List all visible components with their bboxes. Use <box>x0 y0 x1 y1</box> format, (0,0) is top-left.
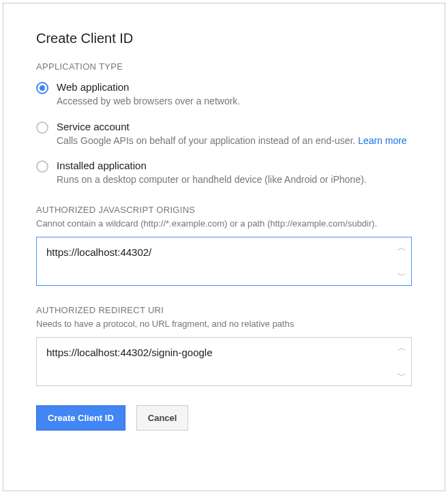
application-type-label: APPLICATION TYPE <box>36 61 412 72</box>
radio-web-application[interactable]: Web application Accessed by web browsers… <box>36 81 412 108</box>
scroll-arrows: ︿ ﹀ <box>396 243 407 280</box>
chevron-up-icon[interactable]: ︿ <box>398 343 406 352</box>
radio-label: Installed application <box>57 160 412 171</box>
chevron-down-icon[interactable]: ﹀ <box>398 271 406 280</box>
create-client-id-button[interactable]: Create Client ID <box>36 405 125 431</box>
chevron-up-icon[interactable]: ︿ <box>398 243 406 252</box>
js-origins-input[interactable] <box>37 237 392 282</box>
redirect-uri-help: Needs to have a protocol, no URL fragmen… <box>36 318 412 330</box>
redirect-uri-field-wrap: ︿ ﹀ <box>36 337 412 386</box>
radio-service-account[interactable]: Service account Calls Google APIs on beh… <box>36 121 412 148</box>
redirect-uri-label: AUTHORIZED REDIRECT URI <box>36 305 412 315</box>
radio-icon <box>36 82 48 94</box>
redirect-uri-input[interactable] <box>37 338 392 383</box>
scroll-arrows: ︿ ﹀ <box>396 343 407 380</box>
radio-icon <box>36 160 48 173</box>
application-type-group: Web application Accessed by web browsers… <box>36 81 412 187</box>
button-row: Create Client ID Cancel <box>36 405 412 431</box>
radio-description: Accessed by web browsers over a network. <box>57 95 412 108</box>
js-origins-label: AUTHORIZED JAVASCRIPT ORIGINS <box>36 205 412 215</box>
radio-description: Calls Google APIs on behalf of your appl… <box>57 134 412 148</box>
radio-installed-application[interactable]: Installed application Runs on a desktop … <box>36 160 412 187</box>
js-origins-field-wrap: ︿ ﹀ <box>36 237 412 286</box>
radio-label: Service account <box>57 121 412 132</box>
radio-label: Web application <box>57 81 412 93</box>
learn-more-link[interactable]: Learn more <box>358 134 407 148</box>
cancel-button[interactable]: Cancel <box>136 405 189 431</box>
page-title: Create Client ID <box>36 31 412 46</box>
radio-description: Runs on a desktop computer or handheld d… <box>57 173 412 187</box>
js-origins-help: Cannot contain a wildcard (http://*.exam… <box>36 218 412 230</box>
create-client-id-panel: Create Client ID APPLICATION TYPE Web ap… <box>3 3 445 491</box>
chevron-down-icon[interactable]: ﹀ <box>398 371 406 380</box>
radio-icon <box>36 121 48 134</box>
